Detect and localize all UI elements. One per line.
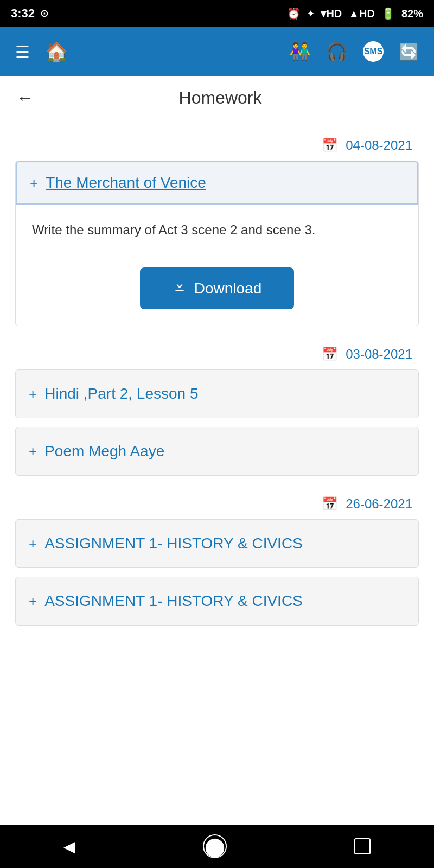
- wifi-icon: ▾HD: [321, 7, 342, 20]
- page-title: Homework: [44, 88, 396, 108]
- date-label-1: 04-08-2021: [346, 138, 412, 152]
- group-icon[interactable]: 👫: [289, 41, 311, 62]
- homework-card-hindi-header[interactable]: + Hindi ,Part 2, Lesson 5: [16, 370, 418, 418]
- homework-title-poem: Poem Megh Aaye: [44, 443, 164, 460]
- homework-card-assignment2: + ASSIGNMENT 1- HISTORY & CIVICS: [15, 577, 419, 626]
- date-section-3: 📅 26-06-2021: [0, 484, 434, 519]
- expand-icon-poem: +: [29, 443, 37, 460]
- back-button[interactable]: ←: [16, 88, 34, 108]
- homework-title-assignment1: ASSIGNMENT 1- HISTORY & CIVICS: [44, 535, 303, 552]
- homework-card-poem-header[interactable]: + Poem Megh Aaye: [16, 427, 418, 475]
- battery-percent: 82%: [401, 8, 423, 20]
- home-icon[interactable]: 🏠: [45, 41, 68, 62]
- expand-icon-assignment1: +: [29, 535, 37, 552]
- homework-card-assignment1: + ASSIGNMENT 1- HISTORY & CIVICS: [15, 519, 419, 568]
- homework-card-merchant-body: Write the summary of Act 3 scene 2 and s…: [16, 205, 418, 326]
- date-section-1: 📅 04-08-2021: [0, 126, 434, 161]
- bottom-home-icon[interactable]: ⬤: [203, 834, 227, 858]
- status-bar: 3:32 ⊙ ⏰ ✦ ▾HD ▲HD 🔋 82%: [0, 0, 434, 27]
- headphones-icon[interactable]: 🎧: [326, 41, 348, 62]
- homework-title-assignment2: ASSIGNMENT 1- HISTORY & CIVICS: [44, 592, 303, 610]
- homework-card-merchant-header[interactable]: + The Merchant of Venice: [16, 161, 418, 205]
- status-left: 3:32 ⊙: [11, 7, 48, 21]
- nav-bar: ☰ 🏠 👫 🎧 SMS 🔄: [0, 27, 434, 76]
- homework-card-assignment1-header[interactable]: + ASSIGNMENT 1- HISTORY & CIVICS: [16, 520, 418, 567]
- refresh-icon[interactable]: 🔄: [399, 42, 419, 61]
- date-label-3: 26-06-2021: [346, 496, 412, 511]
- calendar-icon-1: 📅: [322, 138, 338, 152]
- homework-card-merchant: + The Merchant of Venice Write the summa…: [15, 161, 419, 326]
- content: 📅 04-08-2021 + The Merchant of Venice Wr…: [0, 120, 434, 678]
- homework-title-hindi: Hindi ,Part 2, Lesson 5: [44, 385, 198, 403]
- bluetooth-icon: ✦: [307, 9, 314, 19]
- menu-icon[interactable]: ☰: [15, 42, 30, 61]
- calendar-icon-3: 📅: [322, 496, 338, 511]
- homework-title-merchant: The Merchant of Venice: [46, 174, 206, 192]
- nav-left: ☰ 🏠: [15, 41, 68, 62]
- homework-card-assignment2-header[interactable]: + ASSIGNMENT 1- HISTORY & CIVICS: [16, 577, 418, 625]
- nav-right: 👫 🎧 SMS 🔄: [289, 41, 419, 62]
- expand-icon-hindi: +: [29, 386, 37, 403]
- expand-icon-merchant: +: [30, 175, 38, 192]
- carrier-icon: ⊙: [40, 8, 48, 20]
- bottom-nav: ◀ ⬤: [0, 825, 434, 868]
- calendar-icon-2: 📅: [322, 347, 338, 361]
- bottom-back-icon[interactable]: ◀: [63, 838, 75, 856]
- signal-icon: ▲HD: [348, 8, 375, 20]
- date-section-2: 📅 03-08-2021: [0, 335, 434, 369]
- page-header: ← Homework: [0, 76, 434, 120]
- download-icon: [173, 279, 187, 297]
- homework-card-poem: + Poem Megh Aaye: [15, 427, 419, 476]
- download-label: Download: [194, 280, 262, 297]
- homework-card-hindi: + Hindi ,Part 2, Lesson 5: [15, 369, 419, 418]
- time-display: 3:32: [11, 7, 35, 21]
- battery-icon: 🔋: [381, 7, 395, 20]
- status-right: ⏰ ✦ ▾HD ▲HD 🔋 82%: [287, 7, 423, 20]
- bottom-square-icon[interactable]: [354, 838, 371, 854]
- alarm-icon: ⏰: [287, 7, 301, 20]
- divider: [32, 252, 402, 252]
- date-label-2: 03-08-2021: [346, 347, 412, 361]
- homework-description-merchant: Write the summary of Act 3 scene 2 and s…: [32, 220, 402, 240]
- download-button[interactable]: Download: [140, 267, 295, 309]
- sms-icon[interactable]: SMS: [363, 41, 384, 62]
- expand-icon-assignment2: +: [29, 593, 37, 610]
